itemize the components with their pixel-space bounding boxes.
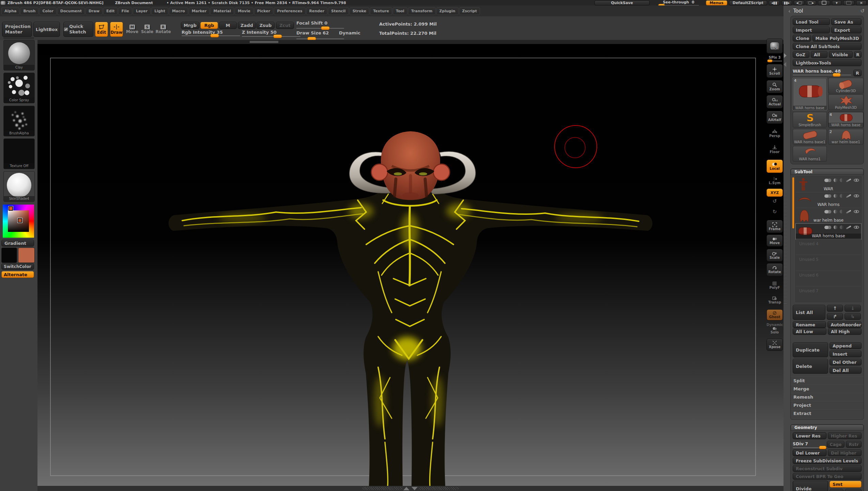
goz-button[interactable]: GoZ: [793, 51, 809, 58]
menu-material[interactable]: Material: [210, 7, 234, 15]
lower-res-button[interactable]: Lower Res: [793, 432, 826, 439]
scale-button[interactable]: S Scale: [140, 22, 154, 37]
menu-stroke[interactable]: Stroke: [350, 7, 370, 15]
delete-button[interactable]: Delete: [793, 359, 828, 374]
polypaint-icon[interactable]: [824, 226, 831, 229]
rgb-intensity-slider[interactable]: [182, 35, 240, 36]
menu-picker[interactable]: Picker: [254, 7, 273, 15]
sdiv-slider[interactable]: SDiv 7: [793, 440, 827, 448]
project-section[interactable]: Project: [791, 401, 864, 409]
split-section[interactable]: Split: [791, 376, 864, 385]
menu-document[interactable]: Document: [57, 7, 85, 15]
del-other-button[interactable]: Del Other: [830, 359, 862, 366]
goz-all-button[interactable]: All: [811, 51, 827, 58]
tray-divider-handle[interactable]: [784, 191, 787, 303]
bottom-tray-handle[interactable]: [419, 487, 459, 490]
subtool-row-unused-6[interactable]: Unused 6: [796, 271, 861, 286]
actual-button[interactable]: x1 Actual: [766, 95, 783, 108]
all-high-button[interactable]: All High: [828, 328, 862, 335]
sculpt-brush-icon[interactable]: [846, 178, 851, 182]
zadd-button[interactable]: Zadd: [238, 22, 256, 29]
current-texture-thumb[interactable]: Texture Off: [3, 138, 35, 169]
menus-button[interactable]: Menus: [706, 0, 727, 5]
canvas-scrollbar-thumb[interactable]: [249, 41, 279, 43]
spin-y-icon[interactable]: ↺: [766, 198, 783, 204]
main-color-swatch[interactable]: [1, 248, 17, 263]
draw-button[interactable]: Draw: [110, 22, 123, 37]
subtool-row-unused-5[interactable]: Unused 5: [796, 255, 861, 271]
polypaint-icon[interactable]: [824, 210, 831, 213]
current-brush-thumb[interactable]: Clay: [3, 40, 35, 71]
zsub-button[interactable]: Zsub: [257, 22, 275, 29]
tray-collapse-icon[interactable]: [412, 487, 418, 490]
subtool-row-war-horns-base[interactable]: WAR horns base: [796, 224, 861, 239]
default-zscript-button[interactable]: DefaultZScript: [729, 0, 767, 5]
current-stroke-thumb[interactable]: Color Spray: [3, 73, 35, 103]
autoreorder-button[interactable]: AutoReorder: [827, 321, 862, 328]
restore-icon[interactable]: [843, 0, 854, 5]
move-button[interactable]: M Move: [125, 22, 139, 37]
spin-z-icon[interactable]: ↻: [766, 209, 783, 215]
color-picker[interactable]: [3, 205, 34, 238]
close-icon[interactable]: ×: [856, 0, 867, 5]
m-button[interactable]: M: [219, 22, 237, 29]
make-polymesh3d-button[interactable]: Make PolyMesh3D: [812, 35, 862, 42]
rotate-button[interactable]: R Rotate: [156, 22, 170, 37]
tool-thumb-polymesh3d[interactable]: PolyMesh3D: [828, 94, 864, 110]
clone-button[interactable]: Clone: [793, 35, 811, 42]
alternate-button[interactable]: Alternate: [1, 271, 34, 278]
edit-button[interactable]: Edit: [95, 22, 108, 37]
tool-thumb-simplebrush[interactable]: S SimpleBrush: [793, 112, 827, 128]
aahalf-button[interactable]: AAHalf: [766, 111, 783, 124]
rename-button[interactable]: Rename: [793, 321, 826, 328]
subtool-row-unused-7[interactable]: Unused 7: [796, 286, 861, 302]
menu-alpha[interactable]: Alpha: [1, 7, 19, 15]
visibility-eye-icon[interactable]: [854, 179, 859, 182]
goz-visible-button[interactable]: Visible: [829, 51, 853, 58]
menu-texture[interactable]: Texture: [370, 7, 392, 15]
displacement-icon[interactable]: [840, 225, 843, 229]
menu-render[interactable]: Render: [306, 7, 328, 15]
switch-color-button[interactable]: SwitchColor: [1, 263, 34, 270]
menu-draw[interactable]: Draw: [86, 7, 103, 15]
rail-rotate-button[interactable]: Rotate: [766, 263, 783, 276]
focal-shift-slider[interactable]: [296, 28, 344, 29]
move-into-above-button[interactable]: ↱: [827, 313, 843, 320]
duplicate-button[interactable]: Duplicate: [793, 342, 828, 357]
lsym-button[interactable]: L.Sym: [766, 175, 783, 187]
convert-bpr-button[interactable]: Convert BPR To Geo: [793, 473, 862, 480]
prev-document-icon[interactable]: ◂: [794, 0, 804, 5]
displacement-icon[interactable]: [840, 178, 843, 182]
divide-button[interactable]: Divide: [793, 481, 828, 491]
menu-zplugin[interactable]: Zplugin: [436, 7, 459, 15]
document-canvas[interactable]: [37, 40, 784, 486]
visibility-eye-icon[interactable]: [854, 194, 859, 197]
lock-icon[interactable]: [818, 0, 830, 5]
menu-edit[interactable]: Edit: [103, 7, 118, 15]
freeze-subdivision-button[interactable]: Freeze SubDivision Levels: [793, 457, 862, 464]
visibility-eye-icon[interactable]: [854, 210, 859, 213]
uv-icon[interactable]: [834, 194, 837, 198]
tool-thumb-war-horns-base-small[interactable]: 4 WAR horns base: [828, 112, 864, 128]
bottom-tray-handle[interactable]: [362, 487, 402, 490]
canvas-scrollbar[interactable]: [37, 40, 784, 44]
uv-icon[interactable]: [834, 225, 837, 229]
palette-reset-icon[interactable]: ↺: [860, 8, 865, 14]
menu-macro[interactable]: Macro: [169, 7, 188, 15]
reuv-button[interactable]: ReUV: [845, 489, 862, 491]
right-tray-toggle-icon[interactable]: ▮▮▸: [781, 0, 792, 5]
z-intensity-slider[interactable]: [242, 36, 300, 37]
rstr-button[interactable]: Rstr: [846, 441, 862, 448]
tool-thumb-cylinder3d[interactable]: Cylinder3D: [828, 78, 864, 93]
del-higher-button[interactable]: Del Higher: [828, 449, 862, 456]
subtool-row-war-horns[interactable]: WAR horns: [796, 192, 861, 208]
subtool-scrollbar[interactable]: [792, 177, 794, 228]
goz-r-button[interactable]: R: [854, 51, 862, 58]
save-as-button[interactable]: Save As: [831, 18, 862, 25]
xyz-button[interactable]: XYZ: [766, 189, 783, 197]
menu-layer[interactable]: Layer: [133, 7, 151, 15]
displacement-icon[interactable]: [840, 194, 843, 198]
merge-section[interactable]: Merge: [791, 385, 864, 393]
polypaint-icon[interactable]: [824, 194, 831, 198]
tray-arrow-left-icon[interactable]: [784, 62, 786, 67]
